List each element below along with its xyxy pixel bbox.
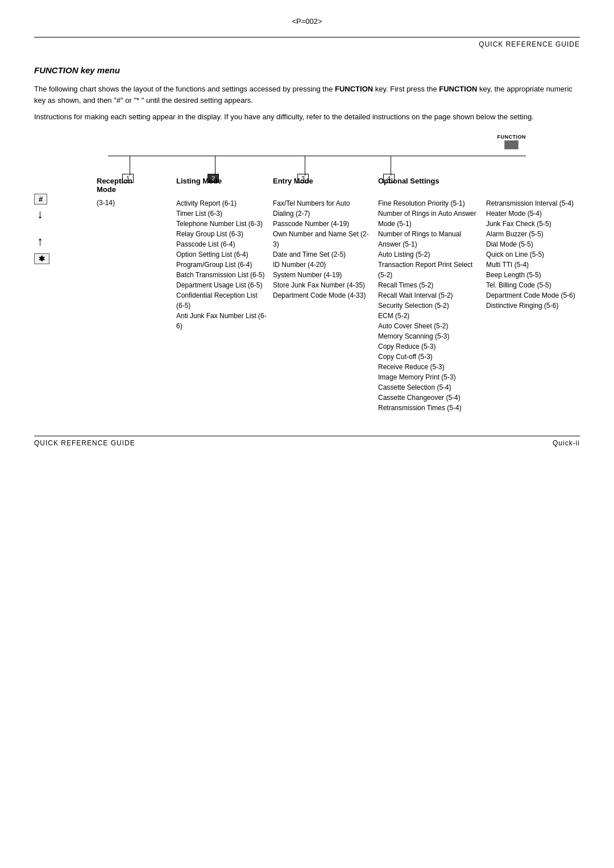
optional-item-15: Image Memory Print (5-3) bbox=[378, 372, 480, 382]
footer-left-text: QUICK REFERENCE GUIDE bbox=[34, 439, 135, 447]
vline-4 bbox=[391, 156, 391, 176]
listing-item-2: Timer List (6-3) bbox=[176, 208, 267, 219]
function-key-box: FUNCTION bbox=[497, 134, 526, 149]
col-right-header bbox=[486, 177, 588, 195]
listing-item-5: Passcode List (6-4) bbox=[176, 239, 267, 249]
arrow-up-symbol: ↑ bbox=[34, 235, 43, 248]
col-listing-header: Listing Mode bbox=[176, 177, 267, 195]
optional-item-16: Cassette Selection (5-4) bbox=[378, 382, 480, 393]
listing-item-8: Batch Transmission List (6-5) bbox=[176, 270, 267, 280]
optional-item-17: Cassette Changeover (5-4) bbox=[378, 393, 480, 403]
col-entry-items: Fax/Tel Numbers for Auto Dialing (2-7) P… bbox=[273, 198, 372, 301]
optional-item-11: Memory Scanning (5-3) bbox=[378, 331, 480, 341]
vline-1 bbox=[130, 156, 130, 176]
listing-item-1: Activity Report (6-1) bbox=[176, 198, 267, 208]
vline-2 bbox=[215, 156, 215, 176]
page-number-label: <P=002> bbox=[292, 17, 322, 26]
columns-container: ReceptionMode (3-14) Listing Mode Activi… bbox=[97, 177, 580, 413]
optional-item-2: Number of Rings in Auto Answer Mode (5-1… bbox=[378, 208, 480, 229]
arrow-down-symbol: ↓ bbox=[37, 208, 43, 220]
entry-item-6: System Number (4-19) bbox=[273, 270, 372, 280]
optional-item-8: Security Selection (5-2) bbox=[378, 301, 480, 311]
optional-item-4: Auto Listing (5-2) bbox=[378, 249, 480, 260]
key-symbols-area: # ↓ ↑ ✱ bbox=[34, 177, 49, 264]
right-item-8: Beep Length (5-5) bbox=[486, 270, 588, 280]
intro-paragraph-2: Instructions for making each setting app… bbox=[34, 111, 580, 123]
col-right-items: Retransmission Interval (5-4) Heater Mod… bbox=[486, 198, 588, 311]
col-optional-header: Optional Settings bbox=[378, 177, 480, 195]
optional-item-9: ECM (5-2) bbox=[378, 311, 480, 321]
listing-item-10: Confidential Reception List (6-5) bbox=[176, 290, 267, 311]
function-key-label: FUNCTION bbox=[497, 134, 526, 140]
listing-item-11: Anti Junk Fax Number List (6-6) bbox=[176, 311, 267, 331]
entry-item-3: Own Number and Name Set (2-3) bbox=[273, 229, 372, 249]
optional-item-7: Recall Wait Interval (5-2) bbox=[378, 290, 480, 301]
entry-item-1: Fax/Tel Numbers for Auto Dialing (2-7) bbox=[273, 198, 372, 219]
diagram-area: FUNCTION 1 2 3 4 bbox=[34, 134, 580, 413]
vline-3 bbox=[305, 156, 305, 176]
function-key-btn bbox=[504, 140, 518, 149]
col-listing-items: Activity Report (6-1) Timer List (6-3) T… bbox=[176, 198, 267, 331]
right-item-3: Junk Fax Check (5-5) bbox=[486, 219, 588, 229]
top-rule bbox=[34, 37, 580, 37]
col-reception-header: ReceptionMode bbox=[97, 177, 171, 195]
col-right-settings: Retransmission Interval (5-4) Heater Mod… bbox=[486, 177, 588, 413]
col-listing-mode: Listing Mode Activity Report (6-1) Timer… bbox=[176, 177, 273, 413]
columns-and-keys: # ↓ ↑ ✱ ReceptionMode (3-14) Listing Mod… bbox=[34, 177, 580, 413]
footer-right-text: Quick-ii bbox=[553, 439, 580, 447]
entry-item-4: Date and Time Set (2-5) bbox=[273, 249, 372, 260]
optional-item-5: Transaction Report Print Select (5-2) bbox=[378, 260, 480, 280]
col-optional-settings: Optional Settings Fine Resolution Priori… bbox=[378, 177, 486, 413]
hash-key: # bbox=[34, 194, 47, 205]
optional-item-12: Copy Reduce (5-3) bbox=[378, 341, 480, 352]
section-title: FUNCTION key menu bbox=[34, 65, 580, 75]
entry-item-2: Passcode Number (4-19) bbox=[273, 219, 372, 229]
optional-item-3: Number of Rings to Manual Answer (5-1) bbox=[378, 229, 480, 249]
header-text: QUICK REFERENCE GUIDE bbox=[479, 40, 580, 48]
listing-item-6: Option Setting List (6-4) bbox=[176, 249, 267, 260]
entry-item-7: Store Junk Fax Number (4-35) bbox=[273, 280, 372, 290]
col-entry-header: Entry Mode bbox=[273, 177, 372, 195]
listing-item-3: Telephone Number List (6-3) bbox=[176, 219, 267, 229]
function-key-area: FUNCTION 1 2 3 4 bbox=[34, 134, 580, 177]
entry-item-8: Department Code Mode (4-33) bbox=[273, 290, 372, 301]
top-h-line bbox=[108, 156, 526, 156]
optional-item-6: Recall Times (5-2) bbox=[378, 280, 480, 290]
col-reception-mode: ReceptionMode (3-14) bbox=[97, 177, 176, 413]
col-entry-mode: Entry Mode Fax/Tel Numbers for Auto Dial… bbox=[273, 177, 378, 413]
optional-item-18: Retransmission Times (5-4) bbox=[378, 403, 480, 413]
right-item-10: Department Code Mode (5-6) bbox=[486, 290, 588, 301]
right-item-9: Tel. Billing Code (5-5) bbox=[486, 280, 588, 290]
star-key: ✱ bbox=[34, 253, 49, 264]
footer: QUICK REFERENCE GUIDE Quick-ii bbox=[34, 439, 580, 447]
right-item-5: Dial Mode (5-5) bbox=[486, 239, 588, 249]
page-number-top: <P=002> bbox=[34, 17, 580, 26]
col-optional-items: Fine Resolution Priority (5-1) Number of… bbox=[378, 198, 480, 413]
listing-item-9: Department Usage List (6-5) bbox=[176, 280, 267, 290]
right-item-1: Retransmission Interval (5-4) bbox=[486, 198, 588, 208]
col-reception-item-1: (3-14) bbox=[97, 198, 171, 208]
right-item-7: Multi TTI (5-4) bbox=[486, 260, 588, 270]
optional-item-1: Fine Resolution Priority (5-1) bbox=[378, 198, 480, 208]
listing-item-4: Relay Group List (6-3) bbox=[176, 229, 267, 239]
right-item-2: Heater Mode (5-4) bbox=[486, 208, 588, 219]
listing-item-7: Program/Group List (6-4) bbox=[176, 260, 267, 270]
entry-item-5: ID Number (4-20) bbox=[273, 260, 372, 270]
optional-item-14: Receive Reduce (5-3) bbox=[378, 362, 480, 372]
right-item-4: Alarm Buzzer (5-5) bbox=[486, 229, 588, 239]
page: <P=002> QUICK REFERENCE GUIDE FUNCTION k… bbox=[0, 0, 614, 868]
optional-item-13: Copy Cut-off (5-3) bbox=[378, 352, 480, 362]
right-item-6: Quick on Line (5-5) bbox=[486, 249, 588, 260]
header-title: QUICK REFERENCE GUIDE bbox=[34, 40, 580, 48]
optional-item-10: Auto Cover Sheet (5-2) bbox=[378, 321, 480, 331]
right-item-11: Distinctive Ringing (5-6) bbox=[486, 301, 588, 311]
intro-paragraph-1: The following chart shows the layout of … bbox=[34, 84, 580, 106]
bottom-rule bbox=[34, 436, 580, 436]
